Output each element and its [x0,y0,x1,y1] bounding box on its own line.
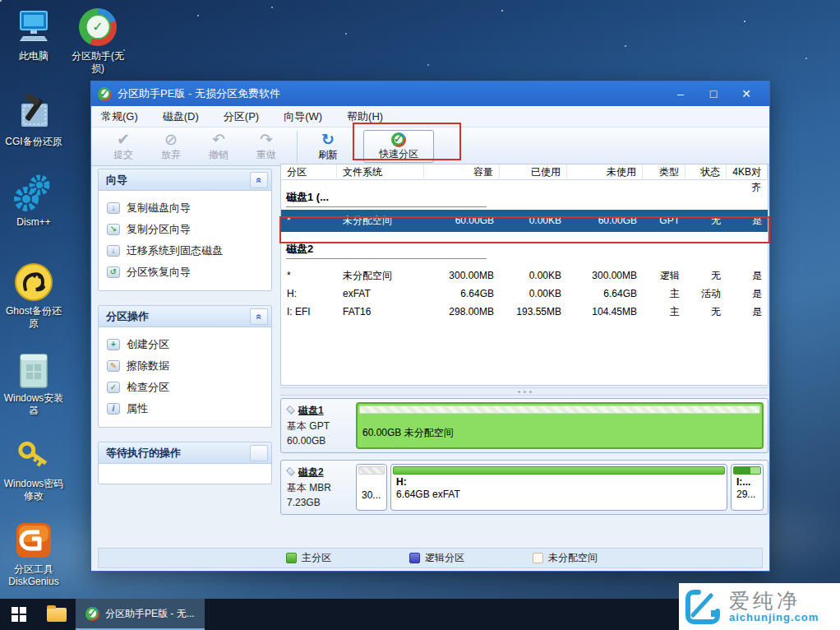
discard-button[interactable]: ⊘ 放弃 [147,129,195,164]
redo-button[interactable]: ↷ 重做 [242,129,290,164]
wizards-panel-header: 向导 « [99,169,271,191]
collapse-icon[interactable]: « [250,308,268,325]
undo-button[interactable]: ↶ 撤销 [195,129,242,164]
desktop-icon-diskgenius[interactable]: 分区工具DiskGenius [2,520,66,588]
watermark-title: 爱纯净 [729,590,819,611]
dism-gears-icon [13,173,54,214]
col-partition[interactable]: 分区 [281,164,337,180]
disk2-panel: 磁盘2 基本 MBR 7.23GB 30... H: 6.64GB exFAT … [280,460,768,515]
legend-logical: 逻辑分区 [409,551,464,565]
table-row-disk1-unallocated[interactable]: * 未分配空间 60.00GB 0.00KB 60.00GB GPT 无 是 [281,210,768,232]
desktop-icon-password-reset[interactable]: Windows密码修改 [2,434,66,503]
computer-icon [13,7,54,48]
sidebar-item-wipe-data[interactable]: ✎ 擦除数据 [99,355,271,377]
window-title: 分区助手PE版 - 无损分区免费软件 [118,86,664,101]
properties-icon: i [107,403,120,415]
diskgenius-icon [13,520,54,561]
start-button[interactable] [0,599,38,630]
partition-assistant-icon [85,607,99,621]
unallocated-swatch [533,553,543,563]
splitter-handle[interactable] [280,387,768,396]
watermark-site: aichunjing.com [729,611,819,623]
sidebar: 向导 « ↓ 复制磁盘向导 ↘ 复制分区向导 ↓ 迁移系统到固态磁盘 ↺ [98,169,272,498]
col-used[interactable]: 已使用 [500,164,567,180]
minimize-button[interactable]: – [664,83,697,104]
sidebar-item-copy-disk-wizard[interactable]: ↓ 复制磁盘向导 [99,197,271,219]
close-button[interactable]: ✕ [730,83,763,104]
sidebar-item-migrate-os-ssd[interactable]: ↓ 迁移系统到固态磁盘 [99,240,271,262]
table-row-disk2-h[interactable]: H: exFAT 6.64GB 0.00KB 6.64GB 主 活动 是 [281,285,768,303]
desktop-icon-partition-assistant[interactable]: 分区助手(无损) [66,7,130,75]
maximize-button[interactable]: □ [697,83,730,104]
primary-partition-swatch [286,553,297,563]
disk2-i-block[interactable]: I:... 29... [731,464,764,511]
legend-bar: 主分区 逻辑分区 未分配空间 [98,548,763,568]
disk2-group-header: 磁盘2 [281,232,768,262]
partition-operations-header: 分区操作 « [99,306,271,327]
sidebar-item-properties[interactable]: i 属性 [99,398,271,419]
toolbar-separator [297,131,298,162]
table-row-disk2-i-efi[interactable]: I: EFI FAT16 298.00MB 193.55MB 104.45MB … [281,303,768,321]
partition-operations-panel: 分区操作 « + 创建分区 ✎ 擦除数据 ✓ 检查分区 i 属性 [98,305,272,428]
logical-partition-swatch [409,553,420,563]
disk1-panel: 磁盘1 基本 GPT 60.00GB 60.00GB 未分配空间 [280,398,768,453]
desktop-icon-windows-installer[interactable]: Windows安装器 [2,349,66,417]
app-icon [98,87,112,101]
disk-icon: 磁盘2 [287,466,353,479]
legend-unallocated: 未分配空间 [533,551,598,565]
col-capacity[interactable]: 容量 [424,164,500,180]
sidebar-item-create-partition[interactable]: + 创建分区 [99,334,271,355]
check-partition-icon: ✓ [107,382,120,393]
desktop-icon-label: Windows安装器 [2,392,66,417]
sidebar-item-copy-partition-wizard[interactable]: ↘ 复制分区向导 [99,219,271,240]
table-header-row: 分区 文件系统 容量 已使用 未使用 类型 状态 4KB对齐 [281,164,768,180]
watermark: 爱纯净 aichunjing.com [679,583,840,630]
menu-help[interactable]: 帮助(H) [347,109,383,124]
desktop-icon-dism[interactable]: Dism++ [2,173,66,229]
col-unused[interactable]: 未使用 [567,164,643,180]
undo-icon: ↶ [212,132,225,148]
desktop-icon-cgi-backup[interactable]: CGI备份还原 [2,92,66,148]
copy-disk-icon: ↓ [107,202,120,214]
pending-operations-panel: 等待执行的操作 [98,442,272,484]
desktop-icon-label: 分区助手(无损) [66,50,130,75]
quick-partition-button[interactable]: 快速分区 [363,130,434,163]
disk2-meta: 磁盘2 基本 MBR 7.23GB [285,464,353,511]
desktop-icon-label: CGI备份还原 [2,136,66,148]
titlebar[interactable]: 分区助手PE版 - 无损分区免费软件 – □ ✕ [91,81,769,106]
migrate-os-icon: ↓ [107,245,120,257]
col-4kb-align[interactable]: 4KB对齐 [727,164,768,180]
pending-operations-header: 等待执行的操作 [99,442,271,464]
windows-logo-icon [12,607,26,622]
menu-general[interactable]: 常规(G) [101,109,138,124]
collapse-icon[interactable] [250,445,268,461]
menu-partition[interactable]: 分区(P) [224,109,259,124]
disk1-unallocated-block[interactable]: 60.00GB 未分配空间 [356,402,764,449]
file-explorer-button[interactable] [38,599,76,630]
disk1-group-header: 磁盘1 (... [281,180,768,210]
menu-wizard[interactable]: 向导(W) [284,109,322,124]
sidebar-item-partition-recovery-wizard[interactable]: ↺ 分区恢复向导 [99,262,271,283]
desktop-icon-ghost-backup[interactable]: Ghost备份还原 [2,262,66,330]
aichunjing-logo-icon [685,589,722,625]
table-row-disk2-unallocated[interactable]: * 未分配空间 300.00MB 0.00KB 300.00MB 逻辑 无 是 [281,266,768,285]
taskbar-task-partition-assistant[interactable]: 分区助手PE版 - 无... [76,599,205,630]
sidebar-item-check-partition[interactable]: ✓ 检查分区 [99,377,271,398]
refresh-button[interactable]: ↻ 刷新 [304,129,352,164]
col-type[interactable]: 类型 [643,164,685,180]
legend-primary: 主分区 [286,551,331,565]
disk2-h-block[interactable]: H: 6.64GB exFAT [390,464,727,511]
desktop-icon-this-pc[interactable]: 此电脑 [2,7,66,63]
menu-disk[interactable]: 磁盘(D) [163,109,199,124]
commit-check-icon: ✔ [117,132,130,148]
commit-button[interactable]: ✔ 提交 [99,129,147,164]
partition-assistant-icon [77,7,118,48]
col-filesystem[interactable]: 文件系统 [337,164,424,180]
col-status[interactable]: 状态 [685,164,727,180]
desktop-icon-label: Dism++ [2,216,66,229]
desktop-icon-label: Ghost备份还原 [2,305,66,330]
discard-icon: ⊘ [164,132,178,148]
desktop-icon-label: 分区工具DiskGenius [2,563,66,588]
disk2-unallocated-block[interactable]: 30... [356,464,387,511]
collapse-icon[interactable]: « [250,172,268,188]
